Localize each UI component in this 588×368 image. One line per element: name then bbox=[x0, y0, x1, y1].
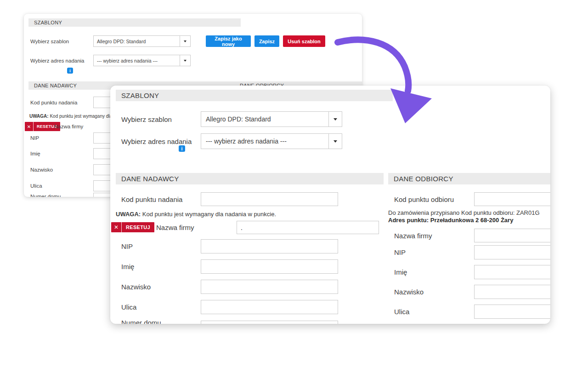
receiver-note-line1: Do zamówienia przypisano Kod punktu odbi… bbox=[388, 209, 540, 216]
sender-company-input[interactable] bbox=[237, 221, 379, 234]
section-header-receiver: DANE ODBIORCY bbox=[388, 173, 550, 184]
sender-company-label: Nazwa firmy bbox=[156, 220, 194, 234]
sender-warning-text: UWAGA: Kod punktu jest wymagany dla nada… bbox=[116, 211, 276, 218]
delete-template-button[interactable]: Usuń szablon bbox=[283, 35, 325, 47]
sender-company-label: Nazwa firmy bbox=[54, 121, 83, 132]
receiver-note-line2: Adres punktu: Przeładunkowa 2 68-200 Żar… bbox=[388, 217, 513, 224]
sender-nip-label: NIP bbox=[121, 239, 133, 253]
sender-last-name-input[interactable] bbox=[201, 280, 338, 294]
clear-icon[interactable]: ✕ bbox=[111, 222, 122, 232]
section-title: SZABLONY bbox=[34, 20, 62, 25]
sender-address-select[interactable]: --- wybierz adres nadania --- bbox=[93, 55, 191, 66]
receiver-first-name-label: Imię bbox=[394, 265, 407, 279]
sender-address-select-value: --- wybierz adres nadania --- bbox=[201, 134, 328, 149]
template-select-value: Allegro DPD: Standard bbox=[201, 112, 328, 126]
sender-last-name-label: Nazwisko bbox=[30, 164, 53, 175]
info-icon[interactable]: i bbox=[179, 145, 185, 152]
receiver-company-label: Nazwa firmy bbox=[394, 229, 432, 242]
template-select-value: Allegro DPD: Standard bbox=[94, 36, 180, 46]
receiver-nip-input[interactable] bbox=[474, 245, 550, 259]
sender-first-name-input[interactable] bbox=[201, 259, 338, 274]
chevron-down-icon bbox=[184, 60, 187, 62]
receiver-last-name-input[interactable] bbox=[474, 285, 550, 299]
save-as-new-button[interactable]: Zapisz jako nowy bbox=[206, 35, 251, 47]
receiver-company-input[interactable] bbox=[474, 229, 550, 242]
section-title: DANE NADAWCY bbox=[121, 175, 179, 183]
dropdown-arrow-icon[interactable] bbox=[180, 55, 190, 66]
chevron-down-icon bbox=[184, 40, 187, 42]
sender-address-select-value: --- wybierz adres nadania --- bbox=[94, 55, 180, 66]
sender-first-name-label: Imię bbox=[30, 148, 40, 159]
template-select[interactable]: Allegro DPD: Standard bbox=[93, 35, 191, 47]
sender-point-code-label: Kod punktu nadania bbox=[121, 192, 182, 206]
section-title: DANE NADAWCY bbox=[34, 83, 77, 88]
section-header-templates: SZABLONY bbox=[28, 18, 241, 27]
receiver-first-name-input[interactable] bbox=[474, 265, 550, 279]
receiver-street-input[interactable] bbox=[474, 305, 550, 319]
dropdown-arrow-icon[interactable] bbox=[180, 36, 190, 46]
sender-house-number-input[interactable] bbox=[201, 321, 338, 324]
receiver-point-code-label: Kod punktu odbioru bbox=[394, 192, 454, 206]
receiver-point-code-input[interactable] bbox=[474, 192, 550, 206]
sender-nip-input[interactable] bbox=[201, 239, 338, 253]
template-select[interactable]: Allegro DPD: Standard bbox=[201, 111, 342, 127]
sender-street-input[interactable] bbox=[201, 300, 338, 314]
template-select-label: Wybierz szablon bbox=[121, 111, 172, 127]
sender-nip-label: NIP bbox=[30, 132, 39, 144]
sender-street-label: Ulica bbox=[121, 300, 136, 314]
save-button[interactable]: Zapisz bbox=[254, 35, 279, 47]
curved-arrow-icon bbox=[322, 22, 441, 132]
section-title: DANE ODBIORCY bbox=[394, 175, 453, 183]
sender-street-label: Ulica bbox=[30, 180, 42, 191]
sender-house-number-label: Numer domu bbox=[30, 191, 61, 197]
clear-icon[interactable]: ✕ bbox=[25, 122, 34, 131]
dropdown-arrow-icon[interactable] bbox=[328, 134, 342, 149]
receiver-last-name-label: Nazwisko bbox=[394, 285, 424, 299]
sender-last-name-label: Nazwisko bbox=[121, 280, 151, 294]
section-title: SZABLONY bbox=[121, 92, 159, 99]
sender-address-select-label: Wybierz adres nadania bbox=[30, 55, 85, 66]
section-header-sender: DANE NADAWCY bbox=[116, 173, 384, 184]
sender-house-number-label: Numer domu bbox=[121, 316, 161, 324]
reset-label: RESETUJ bbox=[122, 222, 154, 232]
receiver-street-label: Ulica bbox=[394, 305, 409, 319]
info-icon[interactable]: i bbox=[67, 68, 73, 74]
sender-first-name-label: Imię bbox=[121, 259, 134, 274]
sender-address-select[interactable]: --- wybierz adres nadania --- bbox=[201, 133, 342, 149]
sender-point-code-label: Kod punktu nadania bbox=[30, 97, 77, 108]
receiver-nip-label: NIP bbox=[394, 245, 406, 259]
chevron-down-icon bbox=[334, 140, 337, 143]
reset-button[interactable]: ✕ RESETUJ bbox=[111, 222, 154, 232]
sender-point-code-input[interactable] bbox=[201, 192, 338, 206]
template-select-label: Wybierz szablon bbox=[30, 35, 69, 47]
